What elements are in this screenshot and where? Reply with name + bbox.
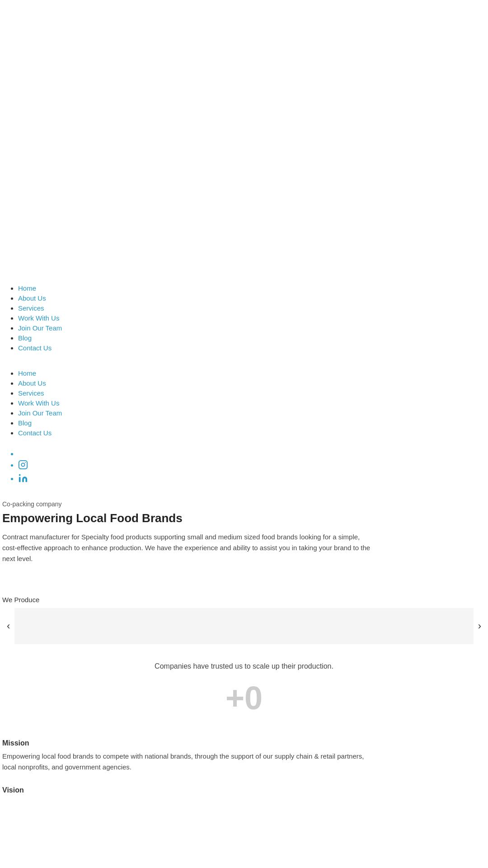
carousel-content (14, 608, 473, 644)
hero-description: Contract manufacturer for Specialty food… (2, 532, 373, 564)
svg-point-1 (21, 463, 24, 466)
svg-rect-3 (19, 477, 21, 482)
svg-rect-0 (19, 461, 27, 469)
nav1-item: Work With Us (18, 314, 488, 322)
nav1-link[interactable]: About Us (18, 294, 46, 302)
carousel-arrow-right[interactable]: › (474, 620, 486, 632)
mission-section: Mission Empowering local food brands to … (0, 730, 488, 782)
stats-section: Companies have trusted us to scale up th… (0, 653, 488, 730)
nav1-item: Blog (18, 334, 488, 342)
hero-label: Co-packing company (2, 500, 479, 508)
we-produce-label: We Produce (2, 596, 486, 604)
nav2-item: Join Our Team (18, 409, 488, 417)
nav1-link[interactable]: Contact Us (18, 344, 52, 352)
social-linkedin-item[interactable] (18, 473, 488, 485)
nav1-item: Contact Us (18, 344, 488, 352)
svg-point-4 (19, 474, 21, 476)
hero-section: Co-packing company Empowering Local Food… (0, 491, 488, 578)
svg-point-2 (25, 462, 26, 463)
mission-title: Mission (2, 739, 486, 747)
stats-number: +0 (5, 679, 483, 717)
nav2-link[interactable]: Services (18, 389, 44, 397)
nav2-link[interactable]: Join Our Team (18, 409, 62, 417)
nav-list-2: HomeAbout UsServicesWork With UsJoin Our… (9, 369, 488, 437)
nav2-item: About Us (18, 379, 488, 387)
vision-title: Vision (2, 786, 486, 794)
carousel-arrow-left[interactable]: ‹ (2, 620, 14, 632)
carousel-row: ‹ › (2, 608, 486, 644)
nav2-link[interactable]: Blog (18, 419, 32, 427)
social-section (0, 443, 488, 491)
nav2-link[interactable]: Work With Us (18, 399, 59, 407)
nav1-link[interactable]: Join Our Team (18, 324, 62, 332)
nav1-link[interactable]: Home (18, 284, 36, 292)
nav2-link[interactable]: About Us (18, 379, 46, 387)
nav2-item: Blog (18, 419, 488, 427)
we-produce-section: We Produce ‹ › (0, 596, 488, 644)
nav1-link[interactable]: Work With Us (18, 314, 59, 322)
stats-label: Companies have trusted us to scale up th… (5, 662, 483, 670)
nav2-link[interactable]: Contact Us (18, 429, 52, 437)
social-empty (18, 450, 488, 458)
linkedin-icon[interactable] (18, 473, 28, 485)
hero-title: Empowering Local Food Brands (2, 511, 479, 525)
nav2-item: Work With Us (18, 399, 488, 407)
nav1-link[interactable]: Blog (18, 334, 32, 342)
nav2-item: Contact Us (18, 429, 488, 437)
nav-section-2: HomeAbout UsServicesWork With UsJoin Our… (0, 363, 488, 443)
vision-section: Vision (0, 782, 488, 801)
instagram-icon[interactable] (18, 460, 28, 472)
mission-text: Empowering local food brands to compete … (2, 751, 373, 773)
nav1-item: Home (18, 284, 488, 292)
top-spacer (0, 0, 488, 278)
nav-section-1: HomeAbout UsServicesWork With UsJoin Our… (0, 278, 488, 359)
nav2-link[interactable]: Home (18, 369, 36, 377)
nav1-item: About Us (18, 294, 488, 302)
nav1-item: Services (18, 304, 488, 312)
nav-list-1: HomeAbout UsServicesWork With UsJoin Our… (9, 284, 488, 352)
nav2-item: Home (18, 369, 488, 377)
nav1-link[interactable]: Services (18, 304, 44, 312)
nav1-item: Join Our Team (18, 324, 488, 332)
social-list (9, 450, 488, 485)
nav2-item: Services (18, 389, 488, 397)
social-instagram-item[interactable] (18, 460, 488, 472)
